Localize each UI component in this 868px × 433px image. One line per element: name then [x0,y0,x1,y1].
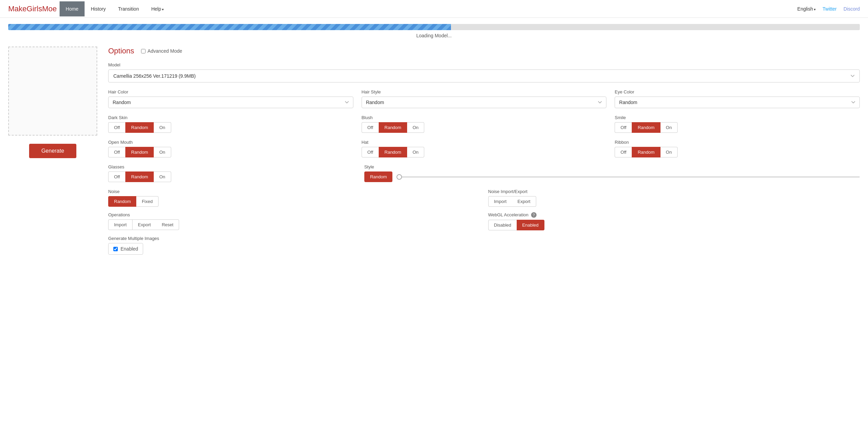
options-header: Options Advanced Mode [108,47,860,55]
webgl-label-text: WebGL Acceleration [488,212,529,217]
smile-off-btn[interactable]: Off [615,122,632,133]
generate-multiple-checkbox-label[interactable]: Enabled [108,243,143,255]
glasses-field: Glasses Off Random On [108,164,356,182]
nav-link-home[interactable]: Home [60,1,85,16]
hair-style-select[interactable]: RandomLongShortTwintailsPonytail [362,97,607,108]
blush-on-btn[interactable]: On [407,122,424,133]
eye-color-dropdown-wrapper: RandomBlueRedBrownGreenPurpleYellowPinkA… [615,97,860,108]
model-select[interactable]: Camellia 256x256 Ver.171219 (9.9MB) [108,69,860,82]
hat-label: Hat [362,140,607,145]
noise-import-btn[interactable]: Import [488,196,512,207]
hair-color-label: Hair Color [108,89,353,94]
eye-color-select[interactable]: RandomBlueRedBrownGreenPurpleYellowPinkA… [615,97,860,108]
open-mouth-random-btn[interactable]: Random [125,147,154,157]
language-button[interactable]: English [797,6,816,12]
blush-off-btn[interactable]: Off [362,122,379,133]
ribbon-toggle: Off Random On [615,147,860,157]
dark-skin-off-btn[interactable]: Off [108,122,125,133]
options-panel: Options Advanced Mode Model Camellia 256… [108,47,860,255]
progress-section: Loading Model... [0,18,868,38]
glasses-random-btn[interactable]: Random [125,171,154,182]
blush-random-btn[interactable]: Random [379,122,407,133]
model-field: Model Camellia 256x256 Ver.171219 (9.9MB… [108,62,860,82]
smile-toggle: Off Random On [615,122,860,133]
advanced-mode-text: Advanced Mode [148,48,182,54]
style-random-btn[interactable]: Random [364,171,392,182]
nav-link-transition[interactable]: Transition [112,1,145,16]
hair-color-field: Hair Color RandomBlondeBrownBlackBluePin… [108,89,353,108]
advanced-mode-label[interactable]: Advanced Mode [141,48,182,54]
style-slider[interactable] [397,176,860,178]
open-mouth-label: Open Mouth [108,140,353,145]
progress-bar-container [8,24,860,30]
hat-on-btn[interactable]: On [407,147,424,157]
dark-skin-on-btn[interactable]: On [154,122,171,133]
dark-skin-field: Dark Skin Off Random On [108,115,353,133]
noise-fixed-btn[interactable]: Fixed [136,196,159,207]
nav-item-history[interactable]: History [85,1,112,16]
style-controls: Random [364,171,860,182]
hair-style-field: Hair Style RandomLongShortTwintailsPonyt… [362,89,607,108]
hair-color-select[interactable]: RandomBlondeBrownBlackBluePinkPurpleGree… [108,97,353,108]
hair-style-dropdown-wrapper: RandomLongShortTwintailsPonytail [362,97,607,108]
generate-button[interactable]: Generate [29,144,77,158]
noise-export-btn[interactable]: Export [512,196,536,207]
nav-link-help[interactable]: Help [145,1,170,16]
generate-multiple-enabled-text: Enabled [121,246,138,252]
hair-eye-row: Hair Color RandomBlondeBrownBlackBluePin… [108,89,860,108]
webgl-enabled-btn[interactable]: Enabled [517,220,544,230]
style-field: Style Random [364,164,860,182]
ribbon-off-btn[interactable]: Off [615,147,632,157]
hair-style-label: Hair Style [362,89,607,94]
ribbon-field: Ribbon Off Random On [615,140,860,157]
webgl-disabled-btn[interactable]: Disabled [488,220,517,230]
open-mouth-off-btn[interactable]: Off [108,147,125,157]
operations-field: Operations Import Export Reset [108,212,480,230]
operations-controls: Import Export Reset [108,219,480,230]
ribbon-on-btn[interactable]: On [661,147,678,157]
advanced-mode-checkbox[interactable] [141,49,146,53]
noise-field: Noise Random Fixed [108,189,480,207]
hat-random-btn[interactable]: Random [379,147,407,157]
operations-import-btn[interactable]: Import [108,219,132,230]
webgl-toggle: Disabled Enabled [488,220,860,230]
image-placeholder [8,47,97,136]
brand-logo[interactable]: MakeGirlsMoe [8,4,57,13]
glasses-toggle: Off Random On [108,171,356,182]
noise-random-btn[interactable]: Random [108,196,136,207]
glasses-off-btn[interactable]: Off [108,171,125,182]
operations-label: Operations [108,212,480,217]
generate-multiple-field: Generate Multiple Images Enabled [108,236,860,255]
discord-link[interactable]: Discord [844,6,860,12]
nav-item-help[interactable]: Help [145,1,170,16]
dark-skin-label: Dark Skin [108,115,353,120]
webgl-field: WebGL Acceleration ? Disabled Enabled [488,212,860,230]
generate-multiple-checkbox[interactable] [113,247,118,251]
webgl-help-icon[interactable]: ? [531,212,537,218]
ribbon-random-btn[interactable]: Random [632,147,660,157]
smile-on-btn[interactable]: On [661,122,678,133]
noise-import-export-field: Noise Import/Export Import Export [488,189,860,207]
smile-random-btn[interactable]: Random [632,122,660,133]
navbar-right: English Twitter Discord [797,6,860,12]
operations-export-btn[interactable]: Export [132,219,156,230]
glasses-label: Glasses [108,164,356,169]
dark-skin-random-btn[interactable]: Random [125,122,154,133]
glasses-on-btn[interactable]: On [154,171,171,182]
smile-field: Smile Off Random On [615,115,860,133]
dark-skin-toggle: Off Random On [108,122,353,133]
hat-off-btn[interactable]: Off [362,147,379,157]
nav-menu: Home History Transition Help [60,1,170,16]
left-panel: Generate [8,47,97,255]
nav-link-history[interactable]: History [85,1,112,16]
nav-item-home[interactable]: Home [60,1,85,16]
open-mouth-on-btn[interactable]: On [154,147,171,157]
operations-reset-btn[interactable]: Reset [156,219,179,230]
twitter-link[interactable]: Twitter [822,6,836,12]
open-mouth-field: Open Mouth Off Random On [108,140,353,157]
ribbon-label: Ribbon [615,140,860,145]
nav-item-transition[interactable]: Transition [112,1,145,16]
progress-bar-fill [8,24,451,30]
style-label: Style [364,164,860,169]
noise-import-export-label: Noise Import/Export [488,189,860,194]
